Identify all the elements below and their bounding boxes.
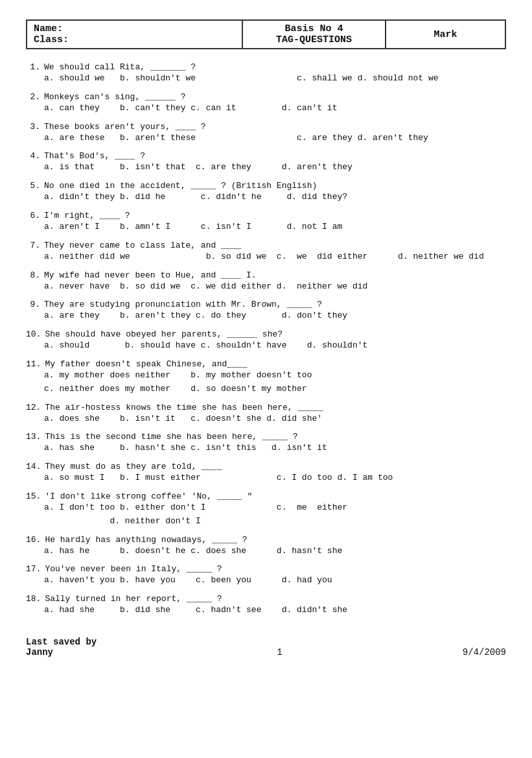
question-text: These books aren't yours, ____ ? [44, 122, 506, 132]
question-number: 17. [26, 564, 41, 574]
question-num-line: 16.He hardly has anything nowadays, ____… [26, 535, 506, 545]
question-number: 7. [26, 241, 40, 250]
question-options: a. I don't too b. either don't I c. me e… [26, 501, 506, 528]
question-block: 6.I'm right, ____ ?a. aren't I b. amn't … [26, 211, 506, 234]
question-options: a. should b. should have c. shouldn't ha… [26, 339, 506, 353]
question-text: Sally turned in her report, _____ ? [45, 594, 506, 604]
question-text: No one died in the accident, _____ ? (Br… [44, 181, 506, 191]
question-block: 14.They must do as they are told, ____a.… [26, 462, 506, 485]
question-number: 5. [26, 181, 40, 191]
question-options: a. are these b. aren't these c. are they… [26, 132, 506, 145]
basis-line1: Basis No 4 [284, 23, 343, 34]
header-table: Name: Class: Basis No 4 TAG-QUESTIONS Ma… [26, 19, 506, 49]
footer-date: 9/4/2009 [463, 647, 506, 657]
question-options: a. is that b. isn't that c. are they d. … [26, 161, 506, 174]
question-number: 14. [26, 462, 41, 471]
question-number: 2. [26, 92, 40, 102]
question-num-line: 18.Sally turned in her report, _____ ? [26, 594, 506, 604]
class-label: Class: [34, 34, 69, 45]
question-text: They are studying pronunciation with Mr.… [44, 300, 506, 309]
question-block: 9.They are studying pronunciation with M… [26, 300, 506, 323]
question-number: 11. [26, 359, 41, 369]
question-number: 16. [26, 535, 41, 545]
question-num-line: 15.'I don't like strong coffee' 'No, ___… [26, 492, 506, 501]
question-num-line: 4.That's Bod's, ____ ? [26, 151, 506, 161]
question-text: They never came to class late, and ____ [44, 241, 506, 250]
question-text: This is the second time she has been her… [45, 432, 506, 442]
question-number: 18. [26, 594, 41, 604]
question-number: 13. [26, 432, 41, 442]
question-text: They must do as they are told, ____ [45, 462, 506, 471]
question-text: My wife had never been to Hue, and ____ … [44, 270, 506, 280]
question-block: 1.We should call Rita, _______ ?a. shoul… [26, 62, 506, 86]
name-label: Name: [34, 23, 63, 34]
question-number: 12. [26, 403, 41, 412]
question-number: 3. [26, 122, 40, 132]
question-text: He hardly has anything nowadays, _____ ? [45, 535, 506, 545]
question-options: a. had she b. did she c. hadn't see d. d… [26, 604, 506, 617]
question-options: a. my mother does neither b. my mother d… [26, 369, 506, 396]
question-options: a. can they b. can't they c. can it d. c… [26, 102, 506, 115]
footer-left: Last saved by Janny [26, 637, 97, 657]
question-number: 10. [26, 329, 41, 339]
question-number: 8. [26, 270, 40, 280]
question-options: a. neither did we b. so did we c. we did… [26, 250, 506, 264]
question-text: She should have obeyed her parents, ____… [45, 329, 506, 339]
question-num-line: 6.I'm right, ____ ? [26, 211, 506, 220]
question-block: 11.My father doesn't speak Chinese, and_… [26, 359, 506, 396]
question-num-line: 13.This is the second time she has been … [26, 432, 506, 442]
question-num-line: 7.They never came to class late, and ___… [26, 241, 506, 250]
question-num-line: 5.No one died in the accident, _____ ? (… [26, 181, 506, 191]
question-block: 18.Sally turned in her report, _____ ?a.… [26, 594, 506, 617]
question-options: a. didn't they b. did he c. didn't he d.… [26, 191, 506, 204]
question-block: 10.She should have obeyed her parents, _… [26, 329, 506, 353]
footer: Last saved by Janny 1 9/4/2009 [26, 637, 506, 657]
mark-cell: Mark [386, 20, 505, 49]
question-block: 7.They never came to class late, and ___… [26, 241, 506, 264]
footer-page: 1 [277, 647, 282, 657]
question-block: 13.This is the second time she has been … [26, 432, 506, 455]
question-options: a. are they b. aren't they c. do they d.… [26, 309, 506, 323]
question-number: 6. [26, 211, 40, 220]
question-options: a. so must I b. I must either c. I do to… [26, 471, 506, 485]
question-num-line: 2.Monkeys can's sing, ______ ? [26, 92, 506, 102]
question-options: a. has he b. doesn't he c. does she d. h… [26, 545, 506, 558]
basis-cell: Basis No 4 TAG-QUESTIONS [242, 20, 386, 49]
question-num-line: 17.You've never been in Italy, _____ ? [26, 564, 506, 574]
question-options: a. does she b. isn't it c. doesn't she d… [26, 412, 506, 426]
basis-line2: TAG-QUESTIONS [276, 34, 352, 45]
question-options: a. haven't you b. have you c. been you d… [26, 574, 506, 587]
question-num-line: 14.They must do as they are told, ____ [26, 462, 506, 471]
question-text: My father doesn't speak Chinese, and____ [45, 359, 506, 369]
question-num-line: 12.The air-hostess knows the time she ha… [26, 403, 506, 412]
question-num-line: 10.She should have obeyed her parents, _… [26, 329, 506, 339]
question-options: a. never have b. so did we c. we did eit… [26, 280, 506, 294]
question-block: 17.You've never been in Italy, _____ ?a.… [26, 564, 506, 587]
question-text: We should call Rita, _______ ? [44, 62, 506, 72]
question-block: 12.The air-hostess knows the time she ha… [26, 403, 506, 426]
question-block: 3.These books aren't yours, ____ ?a. are… [26, 122, 506, 145]
question-number: 1. [26, 62, 40, 72]
questions-container: 1.We should call Rita, _______ ?a. shoul… [26, 62, 506, 617]
question-options: a. aren't I b. amn't I c. isn't I d. not… [26, 220, 506, 234]
question-block: 5.No one died in the accident, _____ ? (… [26, 181, 506, 204]
question-block: 16.He hardly has anything nowadays, ____… [26, 535, 506, 558]
question-text: The air-hostess knows the time she has b… [45, 403, 506, 412]
question-number: 15. [26, 492, 41, 501]
question-block: 4.That's Bod's, ____ ?a. is that b. isn'… [26, 151, 506, 174]
question-block: 8.My wife had never been to Hue, and ___… [26, 270, 506, 294]
question-text: That's Bod's, ____ ? [44, 151, 506, 161]
question-options: a. has she b. hasn't she c. isn't this d… [26, 442, 506, 455]
mark-label: Mark [434, 29, 457, 40]
question-number: 4. [26, 151, 40, 161]
question-num-line: 8.My wife had never been to Hue, and ___… [26, 270, 506, 280]
name-class-cell: Name: Class: [27, 20, 242, 49]
question-block: 15.'I don't like strong coffee' 'No, ___… [26, 492, 506, 528]
question-num-line: 11.My father doesn't speak Chinese, and_… [26, 359, 506, 369]
question-num-line: 1.We should call Rita, _______ ? [26, 62, 506, 72]
question-text: Monkeys can's sing, ______ ? [44, 92, 506, 102]
question-text: 'I don't like strong coffee' 'No, _____ … [45, 492, 506, 501]
question-options: a. should we b. shouldn't we c. shall we… [26, 72, 506, 86]
question-text: You've never been in Italy, _____ ? [45, 564, 506, 574]
question-num-line: 9.They are studying pronunciation with M… [26, 300, 506, 309]
